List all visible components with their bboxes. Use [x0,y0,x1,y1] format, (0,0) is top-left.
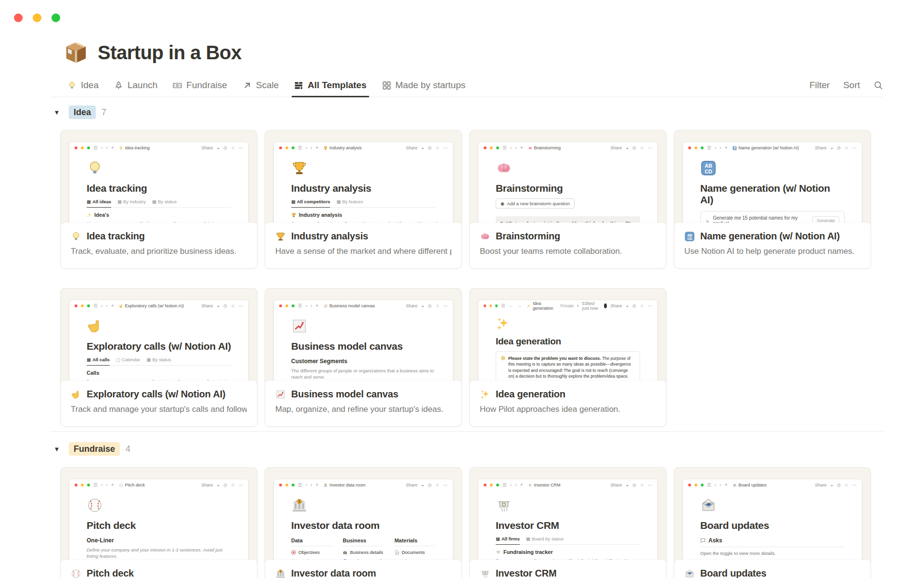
mini-zoom-icon [701,484,704,486]
new-tab-icon: + [725,145,728,150]
section-header-fundraise: ▼ Fundraise 4 [51,442,883,456]
comment-icon: ◒ [422,483,424,487]
clock-icon: ◷ [837,483,841,487]
tab-fundraise[interactable]: Fundraise [173,80,227,97]
call-me-hand-icon [71,389,81,400]
plus-bubble-icon: ◉ [500,201,504,206]
back-icon: ‹ [101,303,103,308]
collapse-toggle-icon[interactable]: ▼ [51,109,63,116]
new-tab-icon: + [316,145,319,150]
minimize-window-button[interactable] [33,13,41,22]
back-icon: ‹ [306,483,307,487]
menu-icon: ☰ [298,483,302,487]
tab-idea[interactable]: Idea [67,80,99,97]
clock-icon: ◷ [837,145,841,150]
tab-made-by-startups[interactable]: Made by startups [382,80,466,97]
tab-label: Scale [256,80,279,91]
zoom-window-button[interactable] [51,13,60,22]
brain-icon [480,231,490,242]
template-card-investor-crm[interactable]: ☰ ‹ › + Investor CRM Share◒◷☆⋯ Investor … [469,467,667,578]
template-card-name-generation[interactable]: ☰ ‹ › + ABCD Name generation (w/ Notion … [674,130,871,269]
new-tab-icon: + [316,483,319,487]
more-icon: ⋯ [852,145,857,150]
svg-text:CD: CD [687,237,692,240]
card-description: Boost your teams remote collaboration. [480,247,656,256]
new-tab-icon: + [520,483,523,487]
forward-icon: › [515,483,516,487]
template-card-industry-analysis[interactable]: ☰ ‹ › + Industry analysis Share◒◷☆⋯ Indu… [265,130,462,269]
lightbulb-icon [87,160,103,176]
mini-close-icon [688,484,691,486]
new-tab-icon: + [111,303,114,308]
empty-grid-cell [674,288,871,427]
template-card-business-model-canvas[interactable]: ☰ ‹ › + Business model canvas Share◒◷☆⋯ … [265,288,462,427]
mini-minimize-icon [285,484,288,486]
search-icon[interactable] [873,80,883,90]
star-icon: ☆ [640,145,644,150]
back-icon: ‹ [306,303,307,308]
card-footer: $ Investor data room [265,560,462,578]
lightbulb-icon [501,356,505,360]
template-card-board-updates[interactable]: ☰ ‹ › + Board updates Share◒◷☆⋯ Board up… [674,467,871,578]
more-icon: ⋯ [648,145,652,150]
svg-text:AB: AB [687,233,692,236]
mini-zoom-icon [496,484,499,486]
star-icon: ☆ [436,145,439,150]
menu-icon: ☰ [501,303,505,308]
card-footer: Idea generation How Pilot approaches ide… [470,381,666,426]
mini-zoom-icon [87,304,90,307]
mini-close-icon [688,146,691,149]
money-with-wings-icon [528,483,532,487]
section-badge-idea: Idea [69,105,96,119]
template-card-exploratory-calls[interactable]: ☰ ‹ › + Exploratory calls (w/ Notion AI)… [60,288,257,427]
tab-scale[interactable]: Scale [243,80,279,97]
filter-button[interactable]: Filter [809,80,830,91]
view-tab: ▦ All ideas [87,199,111,204]
back-icon: ‹ [715,483,716,487]
tab-launch[interactable]: Launch [114,80,157,97]
section-count: 7 [102,107,106,118]
abcd-icon: ABCD [700,160,717,176]
new-tab-icon: + [111,483,114,487]
template-card-investor-data-room[interactable]: ☰ ‹ › + $ Investor data room Share◒◷☆⋯ $… [265,467,462,578]
target-icon [291,550,296,555]
card-title: Brainstorming [496,231,560,242]
template-card-pitch-deck[interactable]: ☰ ‹ › + Pitch deck Share◒◷☆⋯ Pitch deck … [60,467,257,578]
bank-icon: $ [323,483,328,487]
collapse-toggle-icon[interactable]: ▼ [51,446,63,453]
arrow-up-right-icon [243,81,252,90]
close-window-button[interactable] [14,13,23,22]
star-icon: ☆ [231,483,235,487]
baseball-icon [87,497,103,513]
menu-icon: ☰ [707,483,711,487]
template-card-brainstorming[interactable]: ☰ ‹ › + Brainstorming Share◒◷☆⋯ Brainsto… [469,130,667,269]
template-card-idea-generation[interactable]: ☰ ← → Idea generation Private ▾ Edited j… [469,288,667,427]
banknote-icon [173,81,182,90]
card-title: Idea generation [496,389,565,400]
lightbulb-icon [119,146,123,150]
sort-button[interactable]: Sort [843,80,860,91]
menu-icon: ☰ [502,145,507,150]
mini-close-icon [279,484,282,486]
svg-text:$: $ [298,499,301,504]
tab-label: Made by startups [396,80,466,91]
mini-zoom-icon [87,146,90,149]
section-divider [51,431,883,432]
page-title: Startup in a Box [98,42,242,64]
mini-zoom-icon [292,484,295,486]
open-envelope-icon [732,483,737,487]
card-description: Have a sense of the market and where dif… [275,247,451,256]
card-footer: Industry analysis Have a sense of the ma… [265,223,462,268]
template-card-idea-tracking[interactable]: ☰ ‹ › + Idea tracking Share◒◷☆⋯ Idea tra… [60,130,257,269]
tab-all-templates[interactable]: All Templates [294,80,366,97]
tab-label: Idea [81,80,99,91]
menu-icon: ☰ [298,303,302,308]
card-description: How Pilot approaches idea generation. [480,405,656,414]
card-footer: Board updates [674,560,871,578]
star-icon: ☆ [231,145,235,150]
tab-label: Launch [128,80,157,91]
mini-minimize-icon [694,484,697,486]
mini-zoom-icon [701,146,704,149]
mini-zoom-icon [292,304,295,307]
sparkles-icon [526,304,531,308]
